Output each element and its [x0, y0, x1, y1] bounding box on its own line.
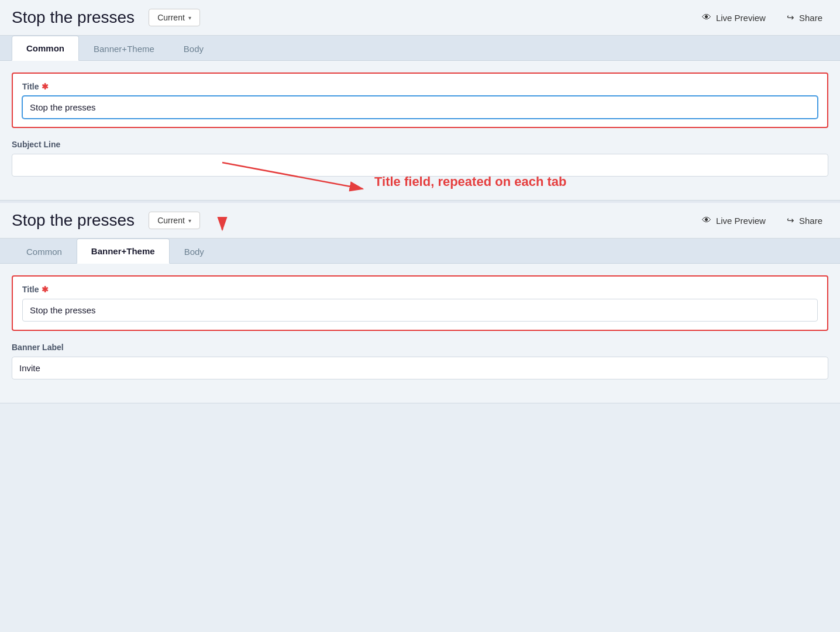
title-input-2[interactable]	[22, 299, 818, 322]
panel-2-body: Title ✱ Banner Label	[0, 275, 840, 403]
panel-1-body: Title ✱ Subject Line	[0, 72, 840, 200]
subject-line-label: Subject Line	[12, 140, 828, 149]
banner-label-label: Banner Label	[12, 343, 828, 352]
eye-icon-2: 👁	[702, 215, 711, 226]
tab-common-1[interactable]: Common	[12, 36, 79, 61]
current-dropdown-1[interactable]: Current ▾	[149, 9, 200, 26]
panels-wrapper: Stop the presses Current ▾ 👁 Live Previe…	[0, 0, 840, 403]
tab-common-2[interactable]: Common	[12, 239, 77, 264]
live-preview-label-2: Live Preview	[716, 216, 766, 226]
tab-banner-theme-2[interactable]: Banner+Theme	[77, 239, 170, 264]
share-icon-2: ↪	[787, 215, 794, 226]
subject-line-section: Subject Line	[12, 140, 828, 177]
current-dropdown-2[interactable]: Current ▾	[149, 212, 200, 229]
live-preview-button-2[interactable]: 👁 Live Preview	[696, 212, 772, 229]
panel-2-tabs: Common Banner+Theme Body	[0, 239, 840, 264]
live-preview-label-1: Live Preview	[716, 13, 766, 23]
title-field-label-1: Title ✱	[22, 82, 818, 91]
share-label-1: Share	[799, 13, 822, 23]
banner-label-input[interactable]	[12, 357, 828, 379]
live-preview-button-1[interactable]: 👁 Live Preview	[696, 9, 772, 26]
panel-2: Stop the presses Current ▾ 👁 Live Previe…	[0, 203, 840, 403]
share-label-2: Share	[799, 216, 822, 226]
banner-label-section: Banner Label	[12, 343, 828, 379]
tab-banner-theme-1[interactable]: Banner+Theme	[79, 36, 169, 61]
title-input-1[interactable]	[22, 96, 818, 119]
title-section-2: Title ✱	[12, 275, 828, 331]
panel-1-tabs: Common Banner+Theme Body	[0, 36, 840, 61]
subject-line-input[interactable]	[12, 154, 828, 177]
current-dropdown-2-label: Current	[157, 216, 185, 225]
title-section-1: Title ✱	[12, 72, 828, 128]
share-button-2[interactable]: ↪ Share	[781, 212, 828, 229]
tab-body-1[interactable]: Body	[169, 36, 218, 61]
tab-body-2[interactable]: Body	[170, 239, 219, 264]
share-icon-1: ↪	[787, 12, 794, 23]
eye-icon-1: 👁	[702, 12, 711, 23]
chevron-down-icon-1: ▾	[188, 15, 191, 21]
current-dropdown-1-label: Current	[157, 13, 185, 22]
panel-1-title: Stop the presses	[12, 8, 135, 27]
panel-1: Stop the presses Current ▾ 👁 Live Previe…	[0, 0, 840, 201]
title-field-required-1: ✱	[42, 82, 49, 91]
panel-2-header: Stop the presses Current ▾ 👁 Live Previe…	[0, 203, 840, 239]
panel-1-header: Stop the presses Current ▾ 👁 Live Previe…	[0, 0, 840, 36]
panel-2-title: Stop the presses	[12, 211, 135, 230]
title-field-required-2: ✱	[42, 285, 49, 294]
title-field-label-2: Title ✱	[22, 285, 818, 294]
share-button-1[interactable]: ↪ Share	[781, 9, 828, 26]
chevron-down-icon-2: ▾	[188, 217, 191, 224]
